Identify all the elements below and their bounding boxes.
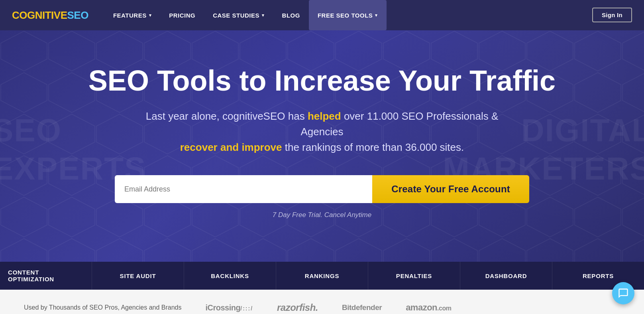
logo-seo: SEO: [67, 9, 88, 22]
hero-form: Create Your Free Account: [115, 175, 529, 203]
tab-site-audit[interactable]: SITE AUDIT: [92, 262, 184, 290]
features-chevron-icon: ▾: [149, 13, 152, 18]
nav-case-studies-link[interactable]: CASE STUDIES ▾: [204, 0, 273, 30]
tab-backlinks[interactable]: BACKLINKS: [184, 262, 276, 290]
nav-links: FEATURES ▾ PRICING CASE STUDIES ▾ BLOG F…: [104, 0, 592, 30]
nav-item-case-studies[interactable]: CASE STUDIES ▾: [204, 0, 273, 30]
tab-content-optimization[interactable]: CONTENT OPTIMIZATION: [0, 262, 92, 290]
chat-button[interactable]: [612, 282, 634, 304]
feature-tabs-bar: CONTENT OPTIMIZATION SITE AUDIT BACKLINK…: [0, 262, 644, 290]
nav-item-blog[interactable]: BLOG: [273, 0, 309, 30]
case-studies-chevron-icon: ▾: [262, 13, 265, 18]
logo-bitdefender: Bitdefender: [342, 303, 382, 312]
hero-subtitle: Last year alone, cognitiveSEO has helped…: [133, 109, 511, 155]
subtitle-part3: the rankings of more than 36.000 sites.: [282, 141, 464, 153]
nav-pricing-link[interactable]: PRICING: [160, 0, 204, 30]
trust-logos: iCrossing/:::/ razorfish. Bitdefender am…: [206, 302, 620, 313]
subtitle-part1: Last year alone, cognitiveSEO has: [146, 110, 308, 122]
logo[interactable]: COGNITIVESEO: [12, 9, 88, 22]
subtitle-helped: helped: [308, 110, 341, 122]
hero-title: SEO Tools to Increase Your Traffic: [88, 65, 556, 97]
create-account-button[interactable]: Create Your Free Account: [372, 175, 529, 203]
subtitle-recover: recover and improve: [180, 141, 282, 153]
nav-item-pricing[interactable]: PRICING: [160, 0, 204, 30]
nav-features-link[interactable]: FEATURES ▾: [104, 0, 160, 30]
nav-signin[interactable]: Sign In: [592, 12, 632, 19]
navbar: COGNITIVESEO FEATURES ▾ PRICING CASE STU…: [0, 0, 644, 30]
nav-blog-link[interactable]: BLOG: [273, 0, 309, 30]
free-tools-chevron-icon: ▾: [375, 13, 378, 18]
nav-item-free-seo-tools[interactable]: FREE SEO TOOLS ▾: [309, 0, 387, 30]
email-input[interactable]: [115, 175, 372, 203]
hero-section: SEO EXPERTS DIGITAL MARKETERS SEO Tools …: [0, 30, 644, 262]
nav-free-tools-link[interactable]: FREE SEO TOOLS ▾: [309, 0, 387, 30]
tab-rankings[interactable]: RANKINGS: [276, 262, 368, 290]
trust-bar: Used by Thousands of SEO Pros, Agencies …: [0, 290, 644, 314]
logo-amazon: amazon.com: [406, 302, 451, 313]
chat-icon: [618, 288, 629, 299]
nav-item-features[interactable]: FEATURES ▾: [104, 0, 160, 30]
logo-cognitive: COGNITIVE: [12, 9, 67, 22]
trial-text: 7 Day Free Trial. Cancel Anytime: [273, 211, 371, 219]
logo-razorfish: razorfish.: [277, 302, 318, 313]
tab-dashboard[interactable]: DASHBOARD: [460, 262, 552, 290]
logo-icrossing: iCrossing/:::/: [206, 303, 253, 312]
signin-link[interactable]: Sign In: [592, 8, 632, 22]
trust-text: Used by Thousands of SEO Pros, Agencies …: [24, 304, 182, 311]
tab-penalties[interactable]: PENALTIES: [368, 262, 460, 290]
